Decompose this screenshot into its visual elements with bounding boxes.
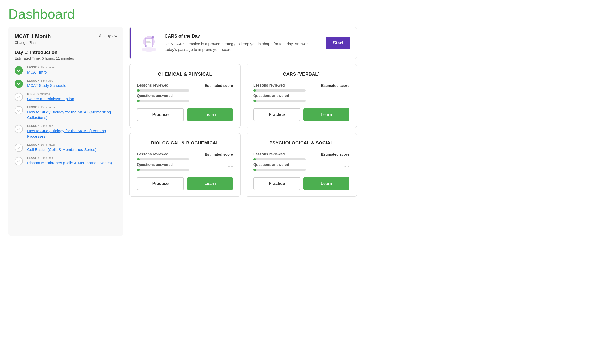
lesson-meta: LESSON 6 minutes [27,156,112,160]
lesson-link[interactable]: Plasma Membranes (Cells & Membranes Seri… [27,160,112,166]
questions-row: Questions answered - - [253,162,349,171]
lesson-link[interactable]: MCAT Study Schedule [27,83,66,88]
lesson-item: LESSON 6 minutesPlasma Membranes (Cells … [15,156,117,166]
learn-button[interactable]: Learn [303,108,349,121]
lessons-progress-bar [137,89,189,92]
card-buttons: Practice Learn [137,108,233,121]
cars-banner-title: CARS of the Day [165,34,320,39]
lesson-link[interactable]: Gather materials/set up log [27,96,74,101]
lesson-content: LESSON 10 minutesCell Basics (Cells & Me… [27,143,97,152]
estimated-score-label: Estimated score [321,83,349,88]
lessons-progress-fill [137,89,140,92]
lessons-progress-bar [253,89,306,92]
lesson-link[interactable]: How to Study Biology for the MCAT (Memor… [27,109,117,120]
estimated-score-label: Estimated score [205,152,233,157]
card-buttons: Practice Learn [253,177,349,190]
pending-icon [15,93,23,101]
stats-row-lessons: Lessons reviewed Estimated score [253,83,349,92]
lesson-content: MISC 30 minutesGather materials/set up l… [27,92,74,101]
estimated-score-group: Estimated score [317,83,349,88]
lesson-list: LESSON 15 minutesMCAT IntroLESSON 6 minu… [15,66,117,166]
lesson-item: LESSON 10 minutesCell Basics (Cells & Me… [15,143,117,152]
card-buttons: Practice Learn [137,177,233,190]
questions-progress-bar [253,169,306,171]
svg-rect-5 [146,41,150,42]
sidebar: MCAT 1 Month All days Change Plan Day 1:… [8,27,123,236]
lesson-item: MISC 30 minutesGather materials/set up l… [15,92,117,101]
practice-button[interactable]: Practice [137,177,184,190]
score-value-group: - - [224,94,233,101]
cars-start-button[interactable]: Start [326,37,350,49]
learn-button[interactable]: Learn [187,177,233,190]
lessons-reviewed-group: Lessons reviewed [253,83,317,92]
lesson-content: LESSON 15 minutesMCAT Intro [27,66,55,75]
questions-progress-fill [137,169,140,171]
lesson-meta: MISC 30 minutes [27,92,74,95]
questions-row: Questions answered - - [253,94,349,102]
learn-button[interactable]: Learn [187,108,233,121]
lessons-reviewed-label: Lessons reviewed [253,152,317,156]
pending-icon [15,125,23,133]
subject-cards-grid: CHEMICAL & PHYSICAL Lessons reviewed Est… [129,64,357,197]
page-title: Dashboard [8,6,357,22]
lesson-meta: LESSON 15 minutes [27,106,117,109]
questions-progress-fill [137,100,140,102]
questions-progress-bar [137,169,189,171]
lessons-reviewed-group: Lessons reviewed [253,152,317,160]
lesson-item: LESSON 9 minutesHow to Study Biology for… [15,124,117,139]
score-value-group: - - [340,162,349,169]
lesson-link[interactable]: How to Study Biology for the MCAT (Learn… [27,128,117,139]
estimated-score-label: Estimated score [321,152,349,157]
lessons-progress-bar [137,158,189,160]
estimated-score-label: Estimated score [205,83,233,88]
lessons-reviewed-label: Lessons reviewed [137,152,201,156]
subject-card-biological: BIOLOGICAL & BIOCHEMICAL Lessons reviewe… [129,133,241,197]
score-value-group: - - [224,162,233,169]
lessons-progress-fill [137,158,140,160]
practice-button[interactable]: Practice [137,108,184,121]
all-days-dropdown[interactable]: All days [99,33,117,38]
dashboard-page: Dashboard MCAT 1 Month All days Change P… [0,0,365,242]
practice-button[interactable]: Practice [253,108,300,121]
estimated-score-group: Estimated score [201,152,233,157]
lesson-link[interactable]: Cell Basics (Cells & Membranes Series) [27,147,97,152]
lessons-reviewed-group: Lessons reviewed [137,152,201,160]
questions-progress-fill [253,100,256,102]
card-buttons: Practice Learn [253,108,349,121]
estimated-score-group: Estimated score [201,83,233,88]
subject-card-title: CARS (VERBAL) [253,72,349,77]
learn-button[interactable]: Learn [303,177,349,190]
score-value-group: - - [340,94,349,101]
questions-row: Questions answered - - [137,162,233,171]
subject-card-cars: CARS (VERBAL) Lessons reviewed Estimated… [246,64,357,128]
lesson-item: LESSON 6 minutesMCAT Study Schedule [15,79,117,88]
lessons-reviewed-label: Lessons reviewed [137,83,201,87]
lesson-item: LESSON 15 minutesHow to Study Biology fo… [15,106,117,120]
questions-progress-fill [253,169,256,171]
lessons-reviewed-group: Lessons reviewed [137,83,201,92]
sidebar-header: MCAT 1 Month All days [15,33,117,39]
lesson-meta: LESSON 10 minutes [27,143,97,146]
lessons-progress-fill [253,89,256,92]
pending-icon [15,144,23,152]
lesson-link[interactable]: MCAT Intro [27,69,55,75]
estimated-score-group: Estimated score [317,152,349,157]
cars-banner-text: CARS of the Day Daily CARS practice is a… [165,34,320,53]
lesson-item: LESSON 15 minutesMCAT Intro [15,66,117,75]
lesson-meta: LESSON 9 minutes [27,124,117,128]
lesson-content: LESSON 15 minutesHow to Study Biology fo… [27,106,117,120]
change-plan-link[interactable]: Change Plan [15,40,117,45]
score-value: - - [228,163,233,169]
right-content: CARS of the Day Daily CARS practice is a… [129,27,357,197]
practice-button[interactable]: Practice [253,177,300,190]
questions-answered-group: Questions answered [253,162,340,171]
svg-rect-3 [146,40,148,40]
lessons-reviewed-label: Lessons reviewed [253,83,317,87]
cars-banner-desc: Daily CARS practice is a proven strategy… [165,41,320,53]
lesson-meta: LESSON 6 minutes [27,79,66,82]
chevron-down-icon [114,34,117,37]
plan-title: MCAT 1 Month [15,33,51,39]
completed-icon [15,66,23,75]
questions-answered-label: Questions answered [137,94,224,98]
pending-icon [15,106,23,114]
